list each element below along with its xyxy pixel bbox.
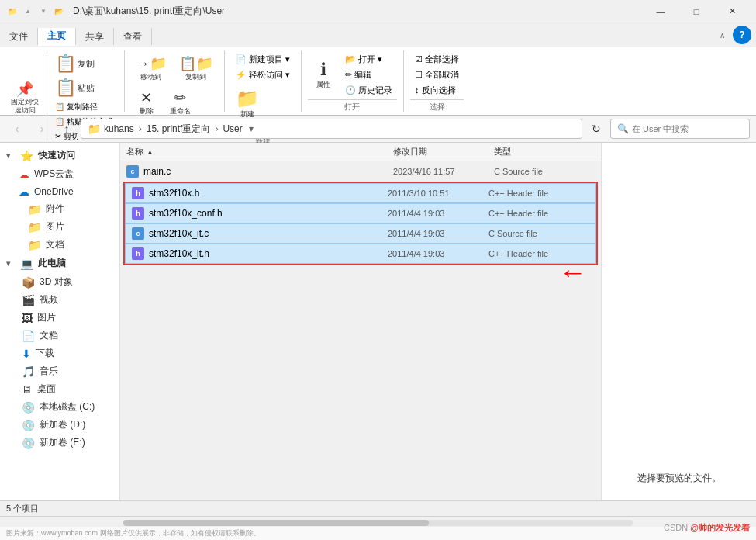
up-button[interactable]: ↑ [56, 118, 78, 140]
selection-outline: h stm32f10x.h 2011/3/10 10:51 C++ Header… [123, 182, 598, 265]
refresh-button[interactable]: ↻ [585, 118, 607, 140]
search-input[interactable] [632, 124, 743, 133]
sidebar-item-music[interactable]: 🎵 音乐 [0, 362, 119, 380]
file-type: C Source file [488, 229, 589, 238]
open-button[interactable]: 📂 打开 ▾ [340, 52, 397, 67]
file-name: stm32f10x_conf.h [149, 208, 223, 219]
window-icon-small2: ▼ [37, 5, 50, 18]
folder-docs-icon: 📁 [28, 239, 41, 251]
ribbon-group-clipboard: 📌 固定到快速访问 📋 复制 📋 粘贴 📋 复制路径 📋 粘贴快捷方式 [0, 50, 125, 112]
tab-home[interactable]: 主页 [38, 28, 76, 46]
help-button[interactable]: ? [733, 26, 751, 44]
maximize-button[interactable]: □ [678, 0, 714, 23]
file-type: C Source file [494, 167, 595, 176]
pictures1-label: 图片 [46, 220, 113, 234]
preview-placeholder: 选择要预览的文件。 [637, 472, 721, 485]
docs2-icon: 📄 [22, 330, 35, 342]
address-part-3: User [223, 123, 242, 134]
preview-panel: 选择要预览的文件。 [601, 143, 756, 500]
copy-to-button[interactable]: 📋📁 复制到 [174, 52, 218, 85]
col-date[interactable]: 修改日期 [393, 146, 494, 158]
minimize-button[interactable]: — [643, 0, 678, 23]
file-list: 名称 ▲ 修改日期 类型 c main.c 2023/4/16 11:57 C … [120, 143, 601, 500]
file-date: 2023/4/16 11:57 [393, 167, 494, 176]
pin-to-quick-access-button[interactable]: 📌 固定到快速访问 [6, 78, 43, 118]
horizontal-scrollbar[interactable] [123, 520, 633, 526]
delete-label: 删除 [140, 106, 154, 116]
sidebar-item-attachments[interactable]: 📁 附件 [0, 200, 119, 218]
table-row[interactable]: c main.c 2023/4/16 11:57 C Source file [120, 161, 601, 182]
ribbon-collapse-icon[interactable]: ∧ [720, 31, 725, 40]
h-file-icon: h [132, 207, 144, 220]
copy-button[interactable]: 📋 复制 [50, 52, 118, 75]
h-file-icon: h [132, 248, 144, 260]
table-row[interactable]: h stm32f10x.h 2011/3/10 10:51 C++ Header… [125, 183, 596, 203]
quick-access-icon: ⭐ [20, 150, 33, 162]
col-type[interactable]: 类型 [494, 146, 595, 158]
quick-access-label: 快速访问 [38, 149, 113, 162]
table-row[interactable]: c stm32f10x_it.c 2011/4/4 19:03 C Source… [125, 223, 596, 244]
wps-label: WPS云盘 [34, 168, 113, 181]
sidebar-item-local-disk-c[interactable]: 💿 本地磁盘 (C:) [0, 398, 119, 416]
select-all-button[interactable]: ☑ 全部选择 [410, 52, 464, 67]
pin-label: 固定到快速访问 [11, 98, 39, 115]
forward-button[interactable]: › [31, 118, 53, 140]
copy-path-button[interactable]: 📋 复制路径 [50, 100, 118, 114]
easy-access-button[interactable]: ⚡ 轻松访问 ▾ [231, 68, 295, 82]
open-group-label: 打开 [308, 99, 397, 112]
table-row[interactable]: h stm32f10x_it.h 2011/4/4 19:03 C++ Head… [125, 244, 596, 264]
properties-button[interactable]: ℹ 属性 [308, 57, 339, 93]
table-row[interactable]: h stm32f10x_conf.h 2011/4/4 19:03 C++ He… [125, 203, 596, 223]
sidebar-item-quick-access[interactable]: ▾ ⭐ 快速访问 [0, 146, 119, 165]
sort-icon: ▲ [147, 148, 154, 156]
disk-d-icon: 💿 [22, 419, 35, 431]
ribbon-content: 📌 固定到快速访问 📋 复制 📋 粘贴 📋 复制路径 📋 粘贴快捷方式 [0, 47, 756, 116]
downloads-icon: ⬇ [22, 348, 31, 360]
sidebar-item-disk-e[interactable]: 💿 新加卷 (E:) [0, 434, 119, 452]
folder-icon: 📁 [6, 5, 19, 18]
disk-d-label: 新加卷 (D:) [40, 418, 113, 431]
tab-view[interactable]: 查看 [114, 28, 152, 45]
search-bar[interactable]: 🔍 [610, 119, 750, 139]
properties-label: 属性 [316, 80, 330, 90]
move-to-button[interactable]: →📁 移动到 [131, 52, 171, 85]
sidebar-item-docs1[interactable]: 📁 文档 [0, 236, 119, 254]
copy-to-label: 复制到 [185, 72, 206, 82]
attachments-label: 附件 [46, 202, 113, 216]
address-bar[interactable]: 📁 kuhans › 15. printf重定向 › User ▾ [81, 119, 582, 139]
delete-button[interactable]: ✕ 删除 [131, 86, 162, 119]
tab-file[interactable]: 文件 [0, 28, 38, 45]
watermark-handle: @帅的发光发着 [690, 523, 750, 532]
tab-share[interactable]: 共享 [76, 28, 114, 45]
history-button[interactable]: 🕐 历史记录 [340, 83, 397, 98]
red-arrow: ← [559, 256, 587, 289]
close-button[interactable]: ✕ [714, 0, 750, 23]
item-count: 5 个项目 [6, 503, 39, 514]
sidebar-item-3d[interactable]: 📦 3D 对象 [0, 273, 119, 291]
paste-button[interactable]: 📋 粘贴 [50, 76, 118, 99]
disk-c-icon: 💿 [22, 401, 35, 414]
sidebar-item-this-pc[interactable]: ▾ 💻 此电脑 [0, 254, 119, 273]
back-button[interactable]: ‹ [6, 118, 28, 140]
sidebar-item-video[interactable]: 🎬 视频 [0, 291, 119, 309]
ribbon-group-organize: →📁 移动到 📋📁 复制到 ✕ 删除 ✏ 重命名 [125, 50, 225, 112]
rename-button[interactable]: ✏ 重命名 [165, 86, 196, 119]
sidebar-item-onedrive[interactable]: ☁ OneDrive [0, 183, 119, 200]
pictures2-icon: 🖼 [22, 312, 33, 324]
sidebar-item-disk-d[interactable]: 💿 新加卷 (D:) [0, 416, 119, 434]
sidebar-item-downloads[interactable]: ⬇ 下载 [0, 344, 119, 362]
new-item-button[interactable]: 📄 新建项目 ▾ [231, 52, 295, 67]
col-name[interactable]: 名称 ▲ [126, 146, 393, 158]
sidebar-item-wps[interactable]: ☁ WPS云盘 [0, 165, 119, 183]
sidebar-item-docs2[interactable]: 📄 文档 [0, 327, 119, 344]
address-dropdown-arrow[interactable]: ▾ [249, 123, 254, 134]
copy-label: 复制 [78, 58, 95, 70]
sidebar-item-pictures1[interactable]: 📁 图片 [0, 218, 119, 236]
deselect-all-button[interactable]: ☐ 全部取消 [410, 68, 464, 82]
sidebar-item-desktop[interactable]: 🖥 桌面 [0, 380, 119, 398]
music-icon: 🎵 [22, 365, 35, 378]
edit-button[interactable]: ✏ 编辑 [340, 68, 397, 82]
invert-selection-button[interactable]: ↕ 反向选择 [410, 83, 461, 98]
scrollbar-thumb[interactable] [123, 520, 429, 526]
sidebar-item-pictures2[interactable]: 🖼 图片 [0, 309, 119, 327]
